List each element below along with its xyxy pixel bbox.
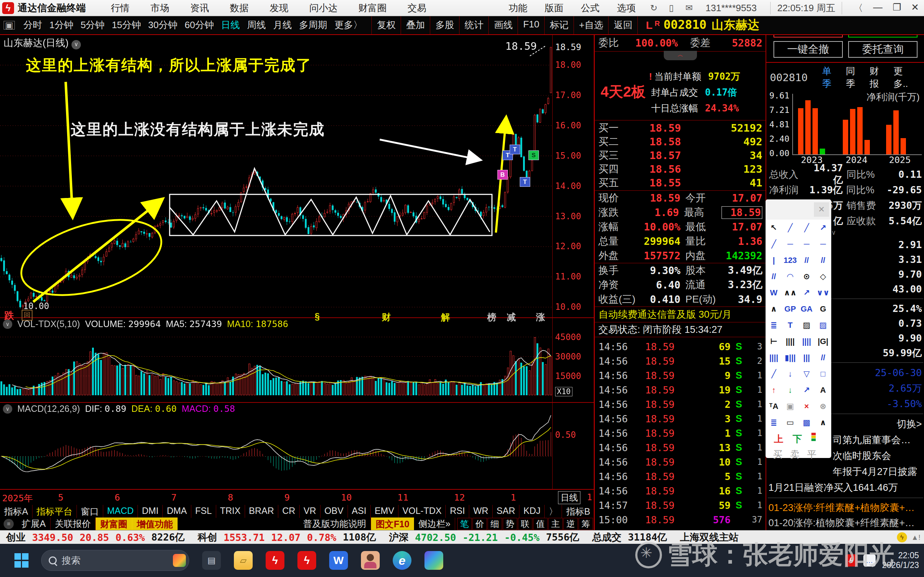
stock-code[interactable]: 002810 [663,18,706,32]
menu-item[interactable]: 数据 [230,2,249,15]
palette-tool[interactable]: ╱ [766,366,782,382]
indicator-tab[interactable]: DMI [138,505,163,518]
bid-row[interactable]: 买二 18.58 492 [595,135,766,148]
palette-tool[interactable]: ─ [782,236,799,252]
taskbar-app-icon[interactable]: ▤ [202,551,221,570]
cancel-all-button[interactable]: 一键全撤 [774,41,843,58]
palette-tool[interactable]: |||| [766,350,782,366]
toolbar-button[interactable]: 多股 [430,16,459,34]
palette-tool[interactable]: ╱ [798,220,815,236]
palette-tool[interactable]: ⊙ [798,268,815,285]
indicator-tab[interactable]: WR [469,505,493,518]
palette-tool[interactable]: ↖ [766,220,782,236]
menu-item[interactable]: 版面 [544,2,564,15]
toolbar-button[interactable]: 画线 [488,16,518,34]
toolbar-button[interactable]: 返回 [608,16,638,34]
menu-item[interactable]: 交易 [407,2,426,15]
indicator-name[interactable]: MACD(12,26,9) [17,403,80,414]
index-value[interactable]: 7556亿 [546,531,579,544]
menu-tool-icon[interactable]: ↻ [650,3,657,13]
function-tab[interactable]: 图文F10 [371,517,414,531]
contact-app-icon[interactable] [361,551,380,570]
palette-tool[interactable]: ▣ [782,398,799,414]
palette-tool[interactable]: ↓ [782,366,799,382]
news-item[interactable]: 1月21日融资净买入1641.46万 [766,480,924,495]
candlestick-canvas[interactable] [0,34,552,318]
palette-tool[interactable]: GA [798,301,815,317]
signal-tool-icon[interactable] [811,433,816,445]
bid-row[interactable]: 买五 18.55 41 [595,176,766,190]
period-tab[interactable]: 分时 [23,19,42,31]
function-tab[interactable]: 侧边栏» [414,517,455,531]
trade-marker-b[interactable]: B [498,170,508,180]
palette-tool[interactable]: × [798,398,815,414]
period-tab[interactable]: 更多〉 [334,19,362,31]
stock-name[interactable]: 山东赫达 [711,17,759,33]
index-value[interactable]: 20.85 [80,532,109,543]
palette-tool[interactable]: ∧∧ [782,285,799,301]
index-value[interactable]: 0.63% [115,532,145,543]
palette-tool[interactable]: ↑ [766,382,782,398]
indicator-tab[interactable]: BRAR [245,505,278,518]
period-tab[interactable]: 日线 [221,19,240,31]
chevron-down-icon[interactable]: ∨ [3,404,12,414]
palette-tool[interactable]: ≣ [766,317,782,333]
period-tab[interactable]: 30分钟 [149,19,178,31]
chart-shortcut-button[interactable]: § [315,311,320,322]
wps-app-icon[interactable]: W [329,551,348,570]
indicator-tab[interactable]: KDJ [519,505,544,518]
palette-tool[interactable]: |||| [798,333,815,350]
menu-item[interactable]: 发现 [270,2,288,15]
palette-tool[interactable]: // [815,252,832,268]
index-value[interactable]: -21.21 [463,532,498,543]
quick-char-button[interactable]: 值 [533,518,548,530]
quick-char-button[interactable]: 筹 [578,518,593,530]
palette-tool[interactable]: □ [815,366,832,382]
finance-tab[interactable]: 单季 [822,65,837,90]
tdx-tray-icon[interactable]: ϟ [897,532,907,542]
period-tab[interactable]: 多周期 [299,19,327,31]
indicator-tab[interactable]: TRIX [216,505,245,518]
tdx-app-icon[interactable]: ϟ [266,551,284,570]
toolbar-button[interactable]: 统计 [459,16,489,34]
period-tab[interactable]: 5分钟 [81,19,104,31]
palette-tool[interactable]: ▮||| [782,350,799,366]
palette-titlebar[interactable]: ✕ [766,200,831,220]
index-value[interactable]: 上海双线主站 [680,531,738,544]
palette-tool[interactable]: ─ [815,236,832,252]
trade-marker-t[interactable]: T [520,177,530,187]
palette-tool[interactable]: ∧ [815,414,832,430]
sell-tool[interactable]: 卖 [790,448,800,461]
close-icon[interactable]: ✕ [814,202,829,217]
window-control-icon[interactable]: 〈 [854,2,863,15]
function-tab[interactable]: 普及版功能说明 [299,517,371,531]
finance-tab[interactable]: 同季 [846,65,861,90]
taskbar-clock[interactable]: 22:05 2026/1/23 [882,551,919,570]
menu-circle-icon[interactable]: ≡ [3,519,14,529]
menu-tool-icon[interactable]: ✉ [685,3,693,13]
news-item[interactable]: 年报于4月27日披露 [766,464,924,480]
menu-item[interactable]: 财富圈 [359,2,386,15]
palette-tool[interactable]: ≣ [766,414,782,430]
index-value[interactable]: 总成交 [592,531,622,544]
window-control-icon[interactable]: ❐ [893,2,901,15]
buy-tool[interactable]: 买 [773,448,782,461]
indicator-tab[interactable]: SAR [493,505,519,518]
index-value[interactable]: 3349.50 [32,532,73,543]
indicator-tab[interactable]: MACD [103,505,138,518]
index-value[interactable]: 4702.50 [415,532,456,543]
search-input[interactable]: 搜索 [41,550,189,571]
period-tab[interactable]: 月线 [273,19,292,31]
index-value[interactable]: 31184亿 [628,531,667,544]
palette-tool[interactable]: ▨ [815,317,832,333]
period-tab[interactable]: 周线 [247,19,266,31]
palette-tool[interactable]: T [782,317,799,333]
palette-tool[interactable]: ╱ [782,220,799,236]
palette-tool[interactable]: ⊢ [766,333,782,350]
bid-row[interactable]: 买一 18.59 52192 [595,121,766,135]
trade-marker-s[interactable]: S [528,150,539,160]
period-tab[interactable]: 15分钟 [112,19,141,31]
chart-shortcut-button[interactable]: 榜 [487,311,496,323]
toolbar-button[interactable]: 叠加 [401,16,430,34]
menu-item[interactable]: 行情 [111,2,129,15]
